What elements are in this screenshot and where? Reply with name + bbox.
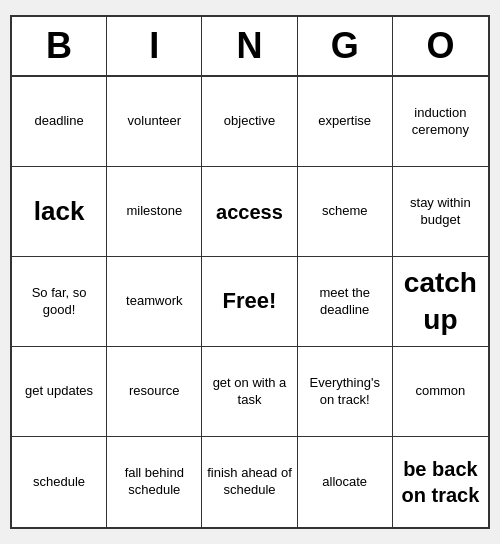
bingo-letter-n: N <box>202 17 297 75</box>
bingo-cell-r3-c3: Everything's on track! <box>298 347 393 437</box>
bingo-cell-r3-c0: get updates <box>12 347 107 437</box>
bingo-cell-r3-c1: resource <box>107 347 202 437</box>
bingo-letter-b: B <box>12 17 107 75</box>
bingo-cell-r1-c0: lack <box>12 167 107 257</box>
bingo-cell-r1-c4: stay within budget <box>393 167 488 257</box>
bingo-cell-r2-c1: teamwork <box>107 257 202 347</box>
bingo-cell-r0-c2: objective <box>202 77 297 167</box>
bingo-cell-r0-c1: volunteer <box>107 77 202 167</box>
bingo-cell-r3-c2: get on with a task <box>202 347 297 437</box>
bingo-cell-r1-c1: milestone <box>107 167 202 257</box>
bingo-letter-o: O <box>393 17 488 75</box>
bingo-cell-r3-c4: common <box>393 347 488 437</box>
bingo-cell-r0-c4: induction ceremony <box>393 77 488 167</box>
bingo-header: BINGO <box>12 17 488 77</box>
bingo-card: BINGO deadlinevolunteerobjectiveexpertis… <box>10 15 490 529</box>
bingo-letter-g: G <box>298 17 393 75</box>
bingo-cell-r4-c3: allocate <box>298 437 393 527</box>
bingo-grid: deadlinevolunteerobjectiveexpertiseinduc… <box>12 77 488 527</box>
bingo-cell-r1-c2: access <box>202 167 297 257</box>
bingo-cell-r4-c2: finish ahead of schedule <box>202 437 297 527</box>
bingo-cell-r2-c2: Free! <box>202 257 297 347</box>
bingo-cell-r4-c0: schedule <box>12 437 107 527</box>
bingo-cell-r2-c0: So far, so good! <box>12 257 107 347</box>
bingo-cell-r4-c4: be back on track <box>393 437 488 527</box>
bingo-cell-r2-c3: meet the deadline <box>298 257 393 347</box>
bingo-cell-r4-c1: fall behind schedule <box>107 437 202 527</box>
bingo-cell-r1-c3: scheme <box>298 167 393 257</box>
bingo-letter-i: I <box>107 17 202 75</box>
bingo-cell-r2-c4: catch up <box>393 257 488 347</box>
bingo-cell-r0-c0: deadline <box>12 77 107 167</box>
bingo-cell-r0-c3: expertise <box>298 77 393 167</box>
